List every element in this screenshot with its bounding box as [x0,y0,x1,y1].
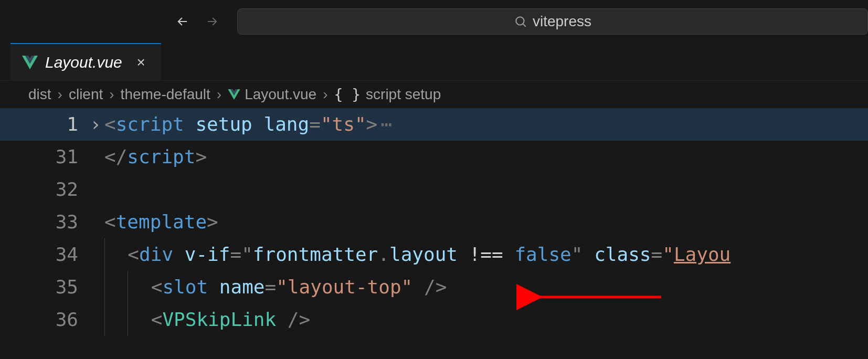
nav-forward-button[interactable] [197,7,227,36]
code-token: < [128,238,139,271]
code-content[interactable]: <script setup lang="ts">⋯ [104,108,393,141]
code-token: script [127,141,195,173]
line-number: 34 [0,238,87,271]
line-number: 31 [0,141,87,173]
breadcrumb-part[interactable]: client [69,86,103,103]
code-token: setup [195,108,252,141]
code-token: VPSkipLink [162,303,276,336]
arrow-left-icon [175,14,190,29]
code-token: " [571,238,583,271]
code-token [184,108,196,141]
code-token: "ts" [321,108,366,141]
code-token: </ [104,141,127,173]
code-token: = [265,271,277,303]
code-token: < [104,108,116,141]
indent-guide [104,303,128,336]
title-bar: vitepress [0,0,868,43]
code-content[interactable]: </script> [104,141,207,173]
vue-file-icon [22,56,38,69]
code-token: " [662,238,674,271]
code-token: = [309,108,321,141]
breadcrumb-part[interactable]: theme-default [121,86,210,103]
code-line[interactable]: 36 <VPSkipLink /> [0,303,868,336]
code-editor[interactable]: 1›<script setup lang="ts">⋯31</script>32… [0,108,868,336]
search-text: vitepress [533,13,591,30]
code-line[interactable]: 32 [0,173,868,206]
indent-guide [128,303,151,336]
code-token [252,108,264,141]
code-content[interactable]: <slot name="layout-top" /> [104,271,447,303]
code-token: frontmatter [253,238,378,271]
code-token: v-if [185,238,230,271]
code-token: class [594,238,651,271]
breadcrumb-symbol[interactable]: script setup [366,86,441,103]
vue-file-icon [228,89,240,100]
code-token: div [139,238,173,271]
indent-guide [128,271,151,303]
code-token: > [207,206,218,238]
code-content[interactable]: <div v-if="frontmatter.layout !== false"… [104,238,731,271]
tab-close-button[interactable]: × [133,54,150,71]
code-token: < [151,303,163,336]
code-token: slot [162,271,208,303]
code-token: . [378,238,389,271]
code-token: Layou [674,238,731,271]
chevron-right-icon: › [105,86,118,103]
breadcrumb-file[interactable]: Layout.vue [228,86,316,103]
command-center-search[interactable]: vitepress [237,8,868,35]
code-token: ⋯ [377,108,393,141]
code-token: lang [263,108,309,141]
fold-caret[interactable]: › [87,108,104,141]
code-line[interactable]: 33<template> [0,206,868,238]
line-number: 35 [0,271,87,303]
code-line[interactable]: 35 <slot name="layout-top" /> [0,271,868,303]
arrow-right-icon [205,14,219,29]
svg-point-0 [516,17,524,25]
code-token: /> [276,303,310,336]
code-line[interactable]: 1›<script setup lang="ts">⋯ [0,108,868,141]
line-number: 1 [0,108,87,141]
indent-guide [104,271,128,303]
code-token: = [230,238,241,271]
code-token: script [116,108,184,141]
chevron-right-icon: › [54,86,67,103]
tab-layout-vue[interactable]: Layout.vue × [10,43,161,80]
code-token: !== [458,238,514,271]
line-number: 32 [0,173,87,206]
code-token: > [195,141,207,173]
code-token [208,271,219,303]
code-line[interactable]: 31</script> [0,141,868,173]
code-token: "layout-top" [276,271,412,303]
search-icon [514,15,527,28]
code-token: template [116,206,207,238]
code-token: false [514,238,571,271]
line-number: 36 [0,303,87,336]
code-token: > [366,108,378,141]
code-token [583,238,594,271]
code-token: layout [389,238,458,271]
code-line[interactable]: 34 <div v-if="frontmatter.layout !== fal… [0,238,868,271]
code-content[interactable]: <template> [104,206,218,238]
chevron-right-icon: › [319,86,332,103]
line-number: 33 [0,206,87,238]
symbol-braces-icon: { } [334,86,364,103]
chevron-right-icon: › [213,86,226,103]
tab-title: Layout.vue [45,54,122,71]
code-token: < [151,271,163,303]
indent-guide [104,238,128,271]
code-token: " [241,238,253,271]
code-token: = [651,238,663,271]
nav-back-button[interactable] [168,7,197,36]
code-token: < [104,206,116,238]
code-token [173,238,185,271]
breadcrumb[interactable]: dist › client › theme-default › Layout.v… [0,81,868,108]
code-token: /> [412,271,447,303]
tabs-row: Layout.vue × [0,43,868,81]
code-content[interactable]: <VPSkipLink /> [104,303,310,336]
breadcrumb-part[interactable]: dist [28,86,51,103]
code-token: name [219,271,265,303]
